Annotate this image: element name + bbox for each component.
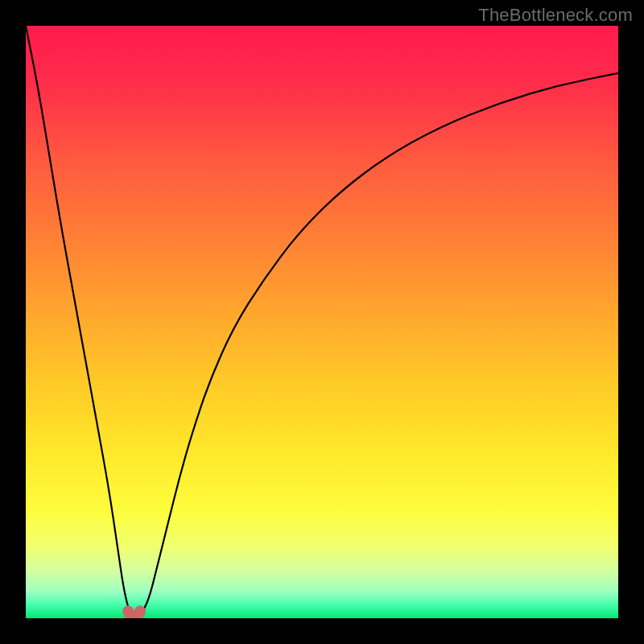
gradient-background [26,26,618,618]
chart-frame: TheBottleneck.com [0,0,644,644]
svg-rect-0 [26,26,618,618]
watermark-text: TheBottleneck.com [478,5,633,26]
plot-area [26,26,618,618]
curve-marker-left [123,606,133,616]
curve-marker-right [135,606,145,616]
